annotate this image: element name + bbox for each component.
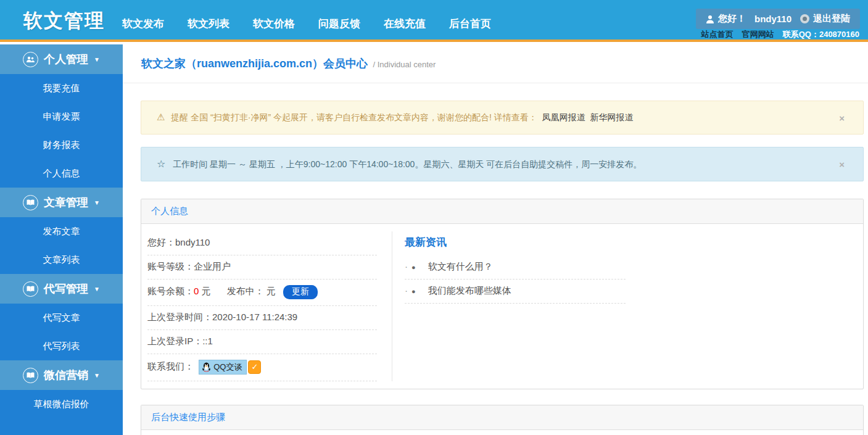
- bullet-icon: ·: [405, 261, 408, 271]
- chevron-down-icon: ▼: [94, 56, 100, 63]
- bullet-icon: ·: [405, 285, 408, 296]
- news-item-label: 我们能发布哪些媒体: [428, 285, 511, 296]
- page-subtitle: / Individual center: [373, 60, 436, 69]
- content-area: ⚠ 提醒 全国 “扫黄打非·净网” 今起展开，请客户自行检查发布文章内容，谢谢您…: [123, 101, 868, 435]
- publishing-label: 发布中：: [227, 286, 264, 296]
- info-alert: ☆ 工作时间 星期一 ～ 星期五 ，上午9:00~12:00 下午14:00~1…: [141, 147, 864, 181]
- book-icon: [23, 281, 38, 297]
- nav-item-feedback[interactable]: 问题反馈: [318, 17, 360, 31]
- qq-verified-badge: ✓: [248, 360, 261, 374]
- steps-panel-body: Step1：注册账号 注册账号，填写账号、密码、联系方式，点击[提交]完成注册: [141, 430, 863, 435]
- sidebar-item-wechat-quote[interactable]: 草根微信报价: [0, 390, 123, 418]
- profile-panel-body: 您好：bndy110 账号等级：企业用户 账号余额：0 元 发布中： 元 更新 …: [141, 224, 863, 389]
- bullet-icon: ●: [411, 288, 416, 295]
- sidebar-item-recharge[interactable]: 我要充值: [0, 74, 123, 102]
- qq-chat-button[interactable]: QQ交谈 ✓: [199, 360, 261, 375]
- breadcrumb: 软文之家（ruanwenzhijia.com.cn）会员中心 / Individ…: [123, 42, 868, 83]
- sidebar-section-wechat[interactable]: 微信营销 ▼: [0, 360, 123, 390]
- sidebar-item-invoice[interactable]: 申请发票: [0, 102, 123, 131]
- user-pill: 您好！ bndy110 退出登陆: [696, 9, 860, 29]
- sidebar-section-label: 微信营销: [44, 368, 88, 383]
- steps-panel: 后台快速使用步骤 Step1：注册账号 注册账号，填写账号、密码、联系方式，点击…: [141, 405, 864, 435]
- site-home-link[interactable]: 站点首页: [701, 29, 734, 40]
- info-text: 工作时间 星期一 ～ 星期五 ，上午9:00~12:00 下午14:00~18:…: [173, 159, 642, 169]
- nav-item-recharge[interactable]: 在线充值: [384, 17, 426, 31]
- sidebar-item-publish-article[interactable]: 发布文章: [0, 217, 123, 246]
- account-level-row: 账号等级：企业用户: [147, 255, 377, 280]
- level-label: 账号等级：: [147, 261, 194, 271]
- user-icon: [706, 15, 714, 23]
- app-logo: 软文管理: [23, 8, 105, 34]
- sidebar-item-ghostwrite-list[interactable]: 代写列表: [0, 332, 123, 360]
- balance-label: 账号余额：: [147, 286, 194, 296]
- last-login-value: 2020-10-17 11:24:39: [212, 312, 297, 322]
- sidebar-section-articles[interactable]: 文章管理 ▼: [0, 188, 123, 217]
- balance-row: 账号余额：0 元 发布中： 元 更新: [147, 280, 377, 306]
- sidebar-section-label: 个人管理: [44, 52, 88, 67]
- main-content: 软文之家（ruanwenzhijia.com.cn）会员中心 / Individ…: [123, 42, 868, 435]
- top-nav: 软文发布 软文列表 软文价格 问题反馈 在线充值 后台首页: [122, 0, 491, 42]
- qq-chat-inner: QQ交谈: [199, 360, 247, 375]
- page-title: 软文之家（ruanwenzhijia.com.cn）会员中心: [141, 57, 368, 70]
- user-greeting: 您好！: [718, 13, 746, 25]
- star-icon: ☆: [157, 159, 165, 169]
- sidebar-section-label: 代写管理: [44, 281, 88, 296]
- nav-item-list[interactable]: 软文列表: [188, 17, 229, 31]
- chevron-down-icon: ▼: [94, 199, 100, 206]
- balance-unit: 元: [202, 286, 211, 296]
- book-icon: [23, 368, 38, 383]
- news-item[interactable]: ·●软文有什么用？: [405, 255, 626, 280]
- sidebar: 个人管理 ▼ 我要充值 申请发票 财务报表 个人信息 文章管理 ▼ 发布文章 文…: [0, 44, 123, 435]
- profile-panel-title: 个人信息: [141, 199, 863, 224]
- news-item[interactable]: ·●我们能发布哪些媒体: [405, 280, 626, 304]
- sidebar-item-article-list[interactable]: 文章列表: [0, 246, 123, 274]
- user-greeting-seg: 您好！: [706, 13, 746, 25]
- last-ip-value: ::1: [202, 336, 213, 346]
- sidebar-section-ghostwriting[interactable]: 代写管理 ▼: [0, 274, 123, 304]
- sidebar-section-personal[interactable]: 个人管理 ▼: [0, 44, 123, 74]
- balance-value: 0: [194, 286, 199, 296]
- contact-label: 联系我们：: [147, 361, 194, 371]
- level-value: 企业用户: [194, 261, 231, 271]
- contact-row: 联系我们：: [147, 354, 377, 381]
- top-header: 软文管理 软文发布 软文列表 软文价格 问题反馈 在线充值 后台首页 您好！ b…: [0, 0, 868, 42]
- profile-panel: 个人信息 您好：bndy110 账号等级：企业用户 账号余额：0 元 发布中： …: [141, 199, 864, 389]
- logout-button[interactable]: 退出登陆: [800, 13, 850, 25]
- phoenix-report-link[interactable]: 凤凰网报道: [542, 112, 585, 122]
- greeting-row: 您好：bndy110: [147, 231, 377, 255]
- nav-item-price[interactable]: 软文价格: [253, 17, 295, 31]
- steps-panel-title: 后台快速使用步骤: [141, 405, 863, 430]
- top-links: 站点首页 官网网站 联系QQ：240870160: [701, 29, 859, 40]
- last-ip-label: 上次登录IP：: [147, 336, 202, 346]
- close-icon[interactable]: ×: [839, 159, 845, 170]
- update-button[interactable]: 更新: [283, 285, 318, 299]
- nav-item-publish[interactable]: 软文发布: [122, 17, 164, 31]
- xinhua-report-link[interactable]: 新华网报道: [590, 112, 634, 122]
- logout-label: 退出登陆: [813, 13, 850, 25]
- nav-item-backend-home[interactable]: 后台首页: [449, 17, 491, 31]
- last-login-ip-row: 上次登录IP：::1: [147, 330, 377, 354]
- qq-penguin-icon: [202, 362, 211, 372]
- sidebar-item-personal-info[interactable]: 个人信息: [0, 159, 123, 188]
- warning-text: 提醒 全国 “扫黄打非·净网” 今起展开，请客户自行检查发布文章内容，谢谢您的配…: [171, 112, 537, 122]
- qq-chat-label: QQ交谈: [213, 362, 242, 373]
- username: bndy110: [754, 14, 792, 24]
- users-icon: [23, 52, 38, 67]
- close-icon[interactable]: ×: [839, 112, 845, 123]
- greeting-label: 您好：: [147, 237, 175, 247]
- official-site-link[interactable]: 官网网站: [742, 29, 774, 40]
- chevron-down-icon: ▼: [94, 372, 100, 379]
- last-login-label: 上次登录时间：: [147, 312, 212, 322]
- logout-icon: [800, 14, 809, 23]
- news-item-label: 软文有什么用？: [428, 261, 493, 271]
- sidebar-item-ghostwrite-article[interactable]: 代写文章: [0, 304, 123, 332]
- sidebar-section-label: 文章管理: [44, 195, 88, 210]
- profile-info-column: 您好：bndy110 账号等级：企业用户 账号余额：0 元 发布中： 元 更新 …: [147, 231, 377, 381]
- warning-alert: ⚠ 提醒 全国 “扫黄打非·净网” 今起展开，请客户自行检查发布文章内容，谢谢您…: [141, 101, 864, 135]
- news-column: 最新资讯 ·●软文有什么用？ ·●我们能发布哪些媒体: [392, 231, 863, 381]
- greeting-value: bndy110: [175, 237, 210, 247]
- qq-contact[interactable]: 联系QQ：240870160: [783, 29, 859, 40]
- chevron-down-icon: ▼: [94, 286, 100, 292]
- warning-icon: ⚠: [157, 112, 165, 122]
- sidebar-item-finance-report[interactable]: 财务报表: [0, 131, 123, 159]
